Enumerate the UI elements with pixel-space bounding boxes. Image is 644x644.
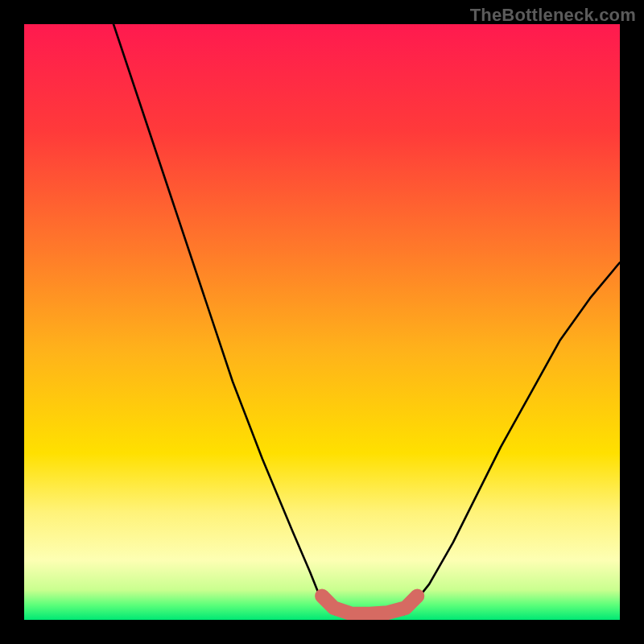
bottleneck-curve xyxy=(114,24,620,617)
watermark-text: TheBottleneck.com xyxy=(470,5,636,26)
plot-area xyxy=(24,24,620,620)
curve-layer xyxy=(24,24,620,620)
chart-frame: TheBottleneck.com xyxy=(0,0,644,644)
optimal-region-highlight xyxy=(322,596,417,613)
